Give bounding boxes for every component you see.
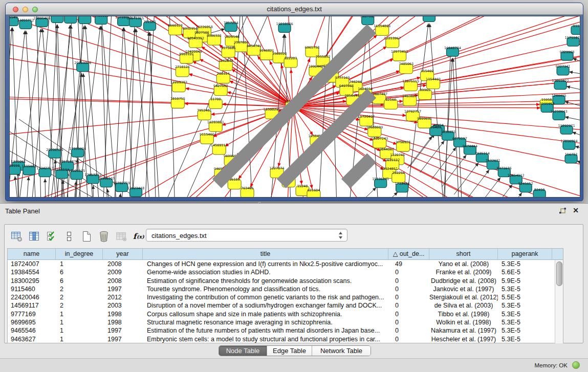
table-cell: 2012 [103, 293, 143, 301]
column-header-name[interactable]: name [8, 249, 56, 259]
table-cell: 5.5E-5 [498, 293, 552, 301]
table-cell: 1997 [103, 326, 143, 335]
table-cell: 2 [56, 285, 103, 293]
table-cell: Disruption of a novel member of a sodium… [143, 301, 388, 310]
column-header-out-degree[interactable]: △ out_de... [388, 249, 429, 259]
table-cell: 1 [56, 260, 103, 268]
table-row[interactable]: 977716911998Corpus callosum shape and si… [8, 310, 563, 318]
table-row[interactable]: 969969511998Structural magnetic resonanc… [8, 318, 563, 326]
table-row[interactable]: 946362711997Embryonic stem cells: a mode… [8, 335, 563, 343]
network-canvas[interactable]: 6961758795581219904486794028112107797771… [9, 16, 580, 198]
table-cell: de Silva et al. (2003) [429, 301, 498, 310]
tab-network-table[interactable]: Network Table [312, 346, 371, 356]
table-cell: 9115460 [8, 285, 56, 293]
table-cell: 0 [388, 310, 429, 318]
table-cell: 1998 [103, 318, 143, 326]
new-document-icon[interactable] [79, 230, 93, 244]
column-header-short[interactable]: short [429, 249, 498, 259]
memory-ok-indicator [572, 361, 580, 369]
table-cell: 9777169 [8, 310, 56, 318]
table-row[interactable]: 911546021997Tourette syndrome. Phenomeno… [8, 285, 563, 293]
table-cell: 0 [388, 293, 429, 301]
row-height-icon[interactable] [62, 230, 76, 244]
desktop: citations_edges.txt 69617587955812199044… [0, 0, 588, 372]
status-bar: Memory: OK [0, 358, 588, 372]
table-cell: 0 [388, 277, 429, 285]
select-rows-icon[interactable] [45, 230, 58, 244]
table-cell: Embryonic stem cells: a model to study s… [143, 335, 388, 343]
modify-table-icon[interactable] [10, 230, 24, 244]
table-panel-header: Table Panel ✕ [0, 204, 588, 218]
scrollbar-thumb[interactable] [556, 261, 562, 286]
column-header-pagerank[interactable]: pagerank [498, 249, 552, 259]
table-panel-body: f (x) citations_edges.txt namein_degreey… [4, 224, 583, 343]
table-panel: Table Panel ✕ [0, 203, 588, 358]
table-cell: 18724007 [8, 260, 56, 268]
table-cell: 1 [56, 326, 103, 335]
table-row[interactable]: 1938455462009Genome-wide association stu… [8, 268, 563, 276]
panel-title: Table Panel [5, 207, 40, 215]
table-cell: 6 [56, 277, 103, 285]
table-cell: 2003 [103, 301, 143, 310]
table-cell: 5.6E-5 [498, 268, 552, 276]
table-cell: 5.3E-5 [498, 301, 552, 310]
table-row[interactable]: 946554611997Estimation of the future num… [8, 326, 563, 335]
column-header-in-degree[interactable]: in_degree [56, 249, 103, 259]
table-row[interactable]: 2242004622012Investigating the contribut… [8, 293, 563, 301]
vertical-scrollbar[interactable] [555, 260, 563, 343]
column-header-title[interactable]: title [143, 249, 388, 259]
table-cell: Corpus callosum shape and size in male p… [143, 310, 388, 318]
table-header-row: namein_degreeyeartitle△ out_de...shortpa… [8, 249, 563, 260]
table-cell: 5.3E-5 [498, 318, 552, 326]
table-cell: Stergiakouli et al. (2012) [429, 293, 498, 301]
table-cell: 0 [388, 318, 429, 326]
resize-grip[interactable] [9, 16, 579, 196]
table-cell: 2 [56, 293, 103, 301]
table-cell: Structural magnetic resonance image aver… [143, 318, 388, 326]
table-select-dropdown[interactable]: citations_edges.txt [146, 229, 347, 242]
table-cell: 5.3E-5 [498, 326, 552, 335]
show-column-icon[interactable] [27, 230, 41, 244]
column-header-year[interactable]: year [103, 249, 143, 259]
table-cell: Tourette syndrome. Phenomenology and cla… [143, 285, 388, 293]
table-cell: 0 [388, 301, 429, 310]
table-cell: Dudbridge et al. (2008) [429, 277, 498, 285]
table-tabs: Node TableEdge TableNetwork Table [219, 345, 371, 356]
node-table: namein_degreeyeartitle△ out_de...shortpa… [7, 248, 563, 343]
network-window: citations_edges.txt 69617587955812199044… [5, 3, 583, 201]
table-row[interactable]: 1456911722003Disruption of a novel membe… [8, 301, 563, 310]
table-body: 1872400712008Changes of HCN gene express… [8, 260, 563, 343]
table-cell: 22420046 [8, 293, 56, 301]
tab-node-table[interactable]: Node Table [219, 346, 267, 356]
table-cell: 5.3E-5 [498, 310, 552, 318]
delete-trash-icon[interactable] [97, 230, 111, 244]
table-cell: 1 [56, 310, 103, 318]
float-panel-icon[interactable] [559, 207, 567, 215]
window-titlebar[interactable]: citations_edges.txt [6, 3, 583, 15]
table-cell: 6 [56, 268, 103, 276]
table-cell: 9463627 [8, 335, 56, 343]
table-cell: 1 [56, 335, 103, 343]
table-cell: Tibbo et al. (1998) [429, 310, 498, 318]
table-select-value: citations_edges.txt [151, 232, 207, 239]
table-cell: Nakamura et al. (1997) [429, 326, 498, 335]
table-cell: 9699695 [8, 318, 56, 326]
table-cell: 18300295 [8, 277, 56, 285]
table-cell: 0 [388, 285, 429, 293]
table-cell: 49 [388, 260, 429, 268]
dropdown-stepper-icon [338, 231, 343, 239]
table-cell: 0 [388, 326, 429, 335]
table-cell: 9465546 [8, 326, 56, 335]
memory-status-label: Memory: OK [534, 362, 568, 368]
table-cell: 14569117 [8, 301, 56, 310]
svg-text:(x): (x) [137, 234, 144, 239]
table-cell: 1 [56, 318, 103, 326]
table-cell: Jankovic et al. (1997) [429, 285, 498, 293]
tab-edge-table[interactable]: Edge Table [267, 346, 312, 356]
table-row[interactable]: 1830029562008Estimation of significance … [8, 277, 563, 285]
table-toolbar: f (x) [10, 229, 153, 244]
table-cell: Hescheler et al. (1997) [429, 335, 498, 343]
table-cell: 5.9E-5 [498, 277, 552, 285]
close-panel-icon[interactable]: ✕ [573, 206, 579, 214]
table-row[interactable]: 1872400712008Changes of HCN gene express… [8, 260, 563, 268]
